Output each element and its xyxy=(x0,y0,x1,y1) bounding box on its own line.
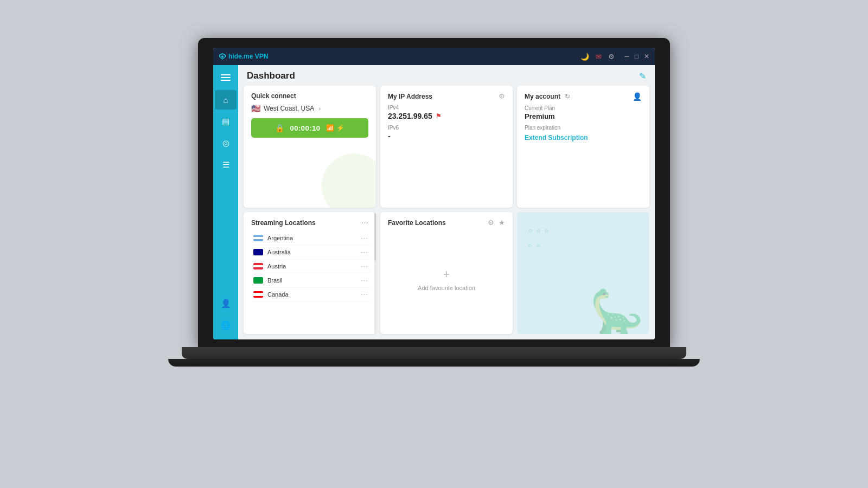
list-icon: ☰ xyxy=(222,160,229,170)
sidebar-item-stats[interactable]: ▤ xyxy=(215,112,237,131)
austria-menu-icon[interactable]: ··· xyxy=(361,262,368,270)
lock-icon: 🔒 xyxy=(275,124,284,132)
account-title-row: My account ↻ xyxy=(525,93,570,100)
loc-left-argentina: Argentina xyxy=(253,235,293,241)
location-item-canada[interactable]: Canada ··· xyxy=(251,287,371,301)
app-window: hide.me VPN 🌙 ✉ ⚙ ─ □ ✕ xyxy=(213,48,655,339)
sidebar-item-globe[interactable]: ◎ xyxy=(215,133,237,153)
mail-icon[interactable]: ✉ xyxy=(596,53,602,61)
title-bar-left: hide.me VPN xyxy=(219,53,268,60)
my-account-title: My account xyxy=(525,93,560,100)
location-item-australia[interactable]: Australia ··· xyxy=(251,245,371,259)
streaming-locations-card: Streaming Locations ⋯ Argentina xyxy=(244,212,376,334)
loc-left-brasil: Brasil xyxy=(253,277,283,284)
brasil-name: Brasil xyxy=(267,277,283,284)
main-content: Dashboard ✎ Quick connect 🇺🇸 West Coast,… xyxy=(238,65,655,339)
favorites-settings-icon[interactable]: ⚙ xyxy=(488,219,494,227)
australia-menu-icon[interactable]: ··· xyxy=(361,248,368,256)
app-logo: hide.me VPN xyxy=(219,53,268,60)
ipv4-label: IPv4 xyxy=(388,105,505,111)
settings-icon[interactable]: ⚙ xyxy=(608,53,615,61)
favorites-star-icon[interactable]: ★ xyxy=(499,219,505,227)
connect-button[interactable]: 🔒 00:00:10 📶 ⚡ xyxy=(251,118,368,138)
add-favourite-label: Add favourite location xyxy=(418,285,475,291)
location-item-austria[interactable]: Austria ··· xyxy=(251,259,371,273)
ipv6-value: - xyxy=(388,132,391,140)
edit-icon[interactable]: ✎ xyxy=(639,71,646,81)
refresh-icon[interactable]: ↻ xyxy=(565,93,570,100)
add-plus-icon: + xyxy=(443,267,450,281)
my-account-header: My account ↻ 👤 xyxy=(525,92,642,101)
my-ip-title: My IP Address xyxy=(388,93,432,100)
my-account-card: My account ↻ 👤 Current Plan Premium Plan… xyxy=(517,86,649,208)
location-item-argentina[interactable]: Argentina ··· xyxy=(251,231,371,245)
app-brand-text: hide.me VPN xyxy=(228,53,268,60)
favorite-locations-card: Favorite Locations ⚙ ★ + Add favourite l… xyxy=(380,212,513,334)
loc-left-australia: Australia xyxy=(253,249,291,255)
favorites-title: Favorite Locations xyxy=(388,219,446,227)
hamburger-line-3 xyxy=(221,80,231,81)
brasil-menu-icon[interactable]: ··· xyxy=(361,276,368,284)
app-body: ⌂ ▤ ◎ ☰ 👤 🌐 xyxy=(213,65,655,339)
sidebar-item-account[interactable]: 👤 xyxy=(215,294,237,313)
dashboard-grid: Quick connect 🇺🇸 West Coast, USA › 🔒 00:… xyxy=(238,86,655,339)
ip-flag-icon: ⚑ xyxy=(436,112,442,120)
streaming-title: Streaming Locations xyxy=(251,219,316,227)
close-button[interactable]: ✕ xyxy=(644,53,649,60)
quick-connect-title: Quick connect xyxy=(251,92,296,100)
canada-flag xyxy=(253,291,263,298)
argentina-menu-icon[interactable]: ··· xyxy=(361,234,368,242)
laptop-base-bottom xyxy=(168,359,700,367)
main-header: Dashboard ✎ xyxy=(238,65,655,86)
austria-flag xyxy=(253,263,263,269)
location-name: West Coast, USA xyxy=(264,105,314,112)
my-ip-card: My IP Address ⚙ IPv4 23.251.99.65 ⚑ IPv6… xyxy=(380,86,513,208)
argentina-flag xyxy=(253,235,263,241)
brasil-flag xyxy=(253,277,263,284)
maximize-button[interactable]: □ xyxy=(635,53,639,60)
ipv6-row: - xyxy=(388,132,505,140)
account-icon: 👤 xyxy=(221,299,231,309)
dark-mode-icon[interactable]: 🌙 xyxy=(580,53,589,61)
connection-timer: 00:00:10 xyxy=(290,124,320,132)
quick-connect-card: Quick connect 🇺🇸 West Coast, USA › 🔒 00:… xyxy=(244,86,376,208)
globe-icon: ◎ xyxy=(222,138,229,148)
favorites-icons: ⚙ ★ xyxy=(488,219,505,227)
sidebar: ⌂ ▤ ◎ ☰ 👤 🌐 xyxy=(213,65,238,339)
sidebar-item-list[interactable]: ☰ xyxy=(215,155,237,175)
current-plan-label: Current Plan xyxy=(525,105,642,111)
canada-name: Canada xyxy=(267,291,289,298)
scroll-thumb xyxy=(374,212,376,261)
sidebar-item-help[interactable]: 🌐 xyxy=(215,316,237,335)
streaming-header: Streaming Locations ⋯ xyxy=(251,219,368,227)
add-favourite-button[interactable]: + Add favourite location xyxy=(388,231,505,328)
window-controls: ─ □ ✕ xyxy=(624,53,649,60)
page-title: Dashboard xyxy=(247,70,295,81)
canada-menu-icon[interactable]: ··· xyxy=(361,290,368,298)
signal-icon: 📶 xyxy=(326,124,334,132)
australia-name: Australia xyxy=(267,249,291,255)
stats-icon: ▤ xyxy=(222,117,229,126)
location-item-brasil[interactable]: Brasil ··· xyxy=(251,273,371,287)
extend-subscription-button[interactable]: Extend Subscription xyxy=(525,134,642,142)
location-row[interactable]: 🇺🇸 West Coast, USA › xyxy=(251,104,368,113)
loc-left-austria: Austria xyxy=(253,263,286,269)
connect-btn-icons: 📶 ⚡ xyxy=(326,124,344,132)
hamburger-button[interactable] xyxy=(215,69,237,86)
streaming-menu-icon[interactable]: ⋯ xyxy=(361,219,368,227)
minimize-button[interactable]: ─ xyxy=(624,53,629,60)
ipv6-label: IPv6 xyxy=(388,125,505,131)
location-arrow-icon: › xyxy=(318,105,321,112)
screen-bezel: hide.me VPN 🌙 ✉ ⚙ ─ □ ✕ xyxy=(198,38,670,347)
austria-name: Austria xyxy=(267,263,286,269)
bolt-icon: ⚡ xyxy=(336,124,344,132)
decorative-card: ◦ ◦ ◦◦ ◦ 🦕 xyxy=(517,212,649,334)
ip-settings-icon[interactable]: ⚙ xyxy=(499,92,505,100)
title-bar: hide.me VPN 🌙 ✉ ⚙ ─ □ ✕ xyxy=(213,48,655,65)
account-avatar-icon: 👤 xyxy=(633,92,642,101)
usa-flag-icon: 🇺🇸 xyxy=(251,104,260,113)
sidebar-item-home[interactable]: ⌂ xyxy=(215,90,237,110)
quick-connect-header: Quick connect xyxy=(251,92,368,100)
ipv4-value: 23.251.99.65 xyxy=(388,112,432,120)
bg-decoration xyxy=(322,153,376,208)
